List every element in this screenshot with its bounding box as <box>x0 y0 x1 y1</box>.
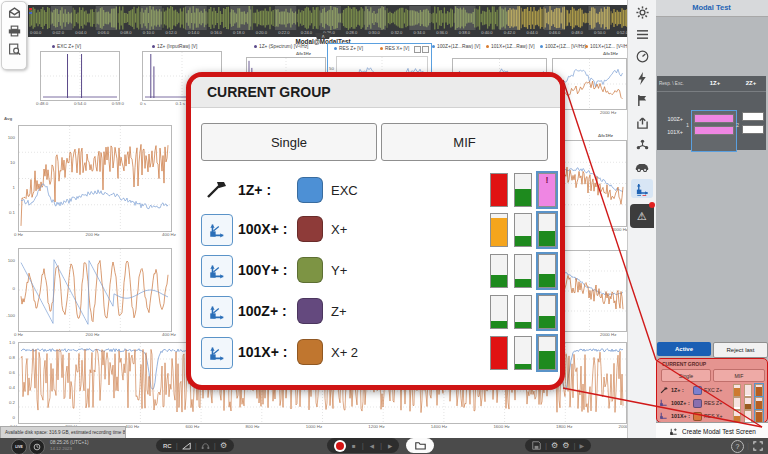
axes-button[interactable] <box>201 214 233 246</box>
df-label: Δf=1Hz <box>296 51 311 56</box>
help-button[interactable]: ? <box>731 440 744 453</box>
fullscreen-icon[interactable] <box>753 441 763 451</box>
timeline-tick: 0:08.0 <box>120 30 131 37</box>
warning-icon: ⚠ <box>637 210 647 223</box>
sync-badge[interactable] <box>29 439 45 454</box>
chart-exc-time[interactable] <box>40 51 120 101</box>
processing-gear-icon[interactable]: ⚙ <box>562 441 569 450</box>
timeline-tick: 0:40.0 <box>481 30 492 37</box>
reject-last-button[interactable]: Reject last <box>713 342 768 358</box>
cursor-marker-blue <box>29 12 32 14</box>
level-meters <box>490 254 556 288</box>
channel-color-swatch[interactable] <box>693 386 702 395</box>
single-button-mini[interactable]: Single <box>661 369 711 382</box>
channel-color-swatch[interactable] <box>297 177 323 203</box>
export-icon[interactable] <box>631 113 653 132</box>
legend-inputraw: 1Z+ (InputRaw) [V] <box>152 44 197 49</box>
headset-icon[interactable] <box>201 442 210 450</box>
channel-list-icon[interactable] <box>631 25 653 44</box>
channel-color-swatch[interactable] <box>297 339 323 365</box>
channel-label: X+ <box>331 222 347 237</box>
modal-test-icon[interactable] <box>631 179 653 198</box>
chart-inputraw-xticks: 0 s0.1 s <box>140 101 185 106</box>
axes-icon <box>208 262 226 280</box>
matrix-cell-index: 1 <box>686 122 689 128</box>
timeline-tick: 0:36.0 <box>436 30 447 37</box>
timeline-tick: 0:02.0 <box>53 30 64 37</box>
channel-id: 100Z+ : <box>671 400 690 406</box>
timeline-ticks: 0:00.00:02.00:04.00:06.00:08.00:10.00:12… <box>30 30 696 37</box>
axes-button[interactable] <box>201 296 233 328</box>
panel-title[interactable]: Modal Test <box>655 0 768 17</box>
mini-channel-row: 100Z+ : RES Z+ <box>657 397 767 409</box>
ruler-icon[interactable] <box>182 442 191 450</box>
series-dot-icon <box>380 47 383 50</box>
series-dot-icon <box>334 47 337 50</box>
legend-spectrum: 1Z+ (Spectrum) [V²/Hz] <box>254 44 308 49</box>
channel-id: 100Z+ : <box>238 303 287 319</box>
chart-frf-magnitude[interactable] <box>18 125 172 232</box>
series-dot-icon <box>52 45 55 48</box>
matrix-col-header: 1Z+ <box>695 80 735 86</box>
hammer-icon <box>205 178 227 200</box>
settings-gear-icon[interactable] <box>631 3 653 22</box>
matrix-cell-selected[interactable] <box>691 110 737 152</box>
skip-start-button[interactable]: ◀ <box>370 443 374 449</box>
open-file-button[interactable] <box>406 438 434 453</box>
channel-label: RES X+ <box>704 413 723 419</box>
bottom-bar: LIVE 08:25:26 (UTC+1) 14.12.2023 RC | | … <box>0 438 768 454</box>
recording-overview-strip[interactable]: 0:00.00:02.00:04.00:06.00:08.00:10.00:12… <box>28 5 700 37</box>
channel-color-swatch[interactable] <box>297 216 323 242</box>
store-icon[interactable] <box>8 7 21 19</box>
active-button[interactable]: Active <box>657 342 711 356</box>
level-meters <box>490 213 556 247</box>
vehicle-icon[interactable] <box>631 157 653 176</box>
frf-phase-xticks: 0 Hz200 Hz400 Hz <box>14 332 176 337</box>
network-structure-icon[interactable] <box>631 135 653 154</box>
right-low-xtick: 2000 Hz <box>600 332 616 337</box>
axes-icon[interactable] <box>659 411 668 420</box>
print-icon[interactable] <box>8 25 21 37</box>
axes-icon[interactable] <box>659 398 668 407</box>
timeline-tick: 0:50.0 <box>594 30 605 37</box>
axes-button[interactable] <box>201 255 233 287</box>
mif-button[interactable]: MIF <box>381 123 548 161</box>
flag-icon[interactable] <box>631 91 653 110</box>
rc-button[interactable]: RC <box>163 443 172 449</box>
play-button[interactable]: ▶ <box>580 442 585 449</box>
timeline-tick: 0:22.0 <box>278 30 289 37</box>
axis-link-buttons[interactable] <box>414 46 429 53</box>
report-preview-icon[interactable] <box>8 43 21 55</box>
series-dot-icon <box>254 45 257 48</box>
warning-badge <box>649 202 655 208</box>
mif-button-mini[interactable]: MIF <box>713 369 765 382</box>
channel-row: 1Z+ : EXC ! <box>191 172 560 208</box>
mini-channel-row: 1Z+ : EXC Z+ <box>657 384 767 396</box>
measure-gauge-icon[interactable] <box>631 47 653 66</box>
setup-gear-icon[interactable]: ⚙ <box>220 441 227 450</box>
channel-color-swatch[interactable] <box>297 298 323 324</box>
save-icon[interactable] <box>532 441 541 450</box>
channel-color-swatch[interactable] <box>297 257 323 283</box>
current-group-title: CURRENT GROUP <box>191 77 560 108</box>
storing-gear-icon[interactable]: ⚙ <box>551 441 558 450</box>
warnings-tab[interactable]: ⚠ <box>630 204 654 228</box>
trigger-lightning-icon[interactable] <box>631 69 653 88</box>
matrix-cell-empty[interactable] <box>742 112 764 142</box>
axes-button[interactable] <box>201 337 233 369</box>
channel-row: 100Z+ : Z+ <box>191 295 560 331</box>
series-dot-icon <box>432 45 435 48</box>
channel-color-swatch[interactable] <box>693 399 702 408</box>
legend-101x-psd: 101X+(1Z... [V²/Hz] <box>585 44 631 49</box>
timeline-tick: 0:00.0 <box>30 30 41 37</box>
chart-frf-phase[interactable] <box>18 248 172 332</box>
record-button[interactable] <box>334 440 346 452</box>
df-label: Δf=1Hz <box>603 51 618 56</box>
live-badge[interactable]: LIVE <box>11 439 27 454</box>
skip-end-button[interactable]: ▶ <box>388 443 392 449</box>
series-dot-icon <box>152 45 155 48</box>
channel-color-swatch[interactable] <box>693 412 702 421</box>
timeline-tick: 0:42.0 <box>504 30 515 37</box>
stop-button[interactable]: ■ <box>352 443 356 449</box>
single-button[interactable]: Single <box>201 123 377 161</box>
